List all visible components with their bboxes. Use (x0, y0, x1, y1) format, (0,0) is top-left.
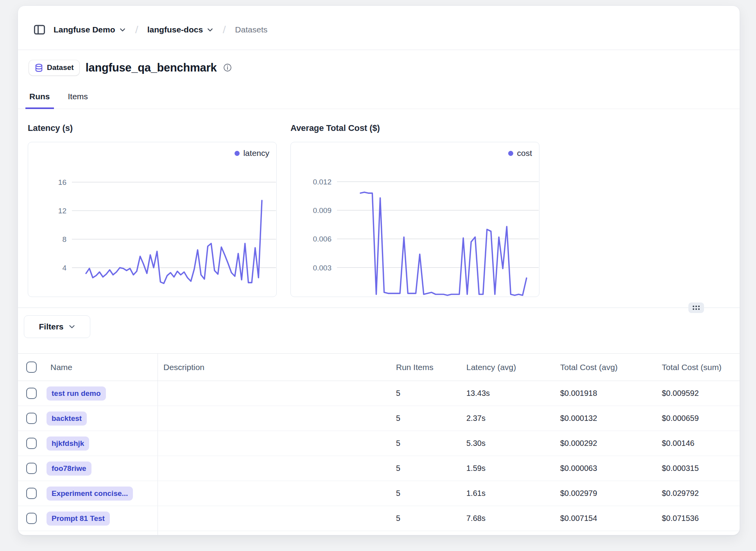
cost-chart: 0.0030.0060.0090.012 cost (290, 142, 539, 297)
breadcrumb-separator: / (223, 24, 226, 36)
row-checkbox[interactable] (26, 388, 37, 399)
table-row-partial[interactable] (18, 531, 740, 535)
row-cell-description (158, 506, 391, 531)
header-cell-total-cost-avg: Total Cost (avg) (555, 354, 656, 381)
dataset-badge-label: Dataset (47, 63, 74, 72)
row-cell-total-cost-sum: $0.029792 (656, 481, 740, 506)
row-cell-description (158, 456, 391, 481)
row-cell-total-cost-avg: $0.000132 (555, 406, 656, 431)
row-cell-total-cost-avg: $0.000063 (555, 456, 656, 481)
cost-chart-plot: 0.0030.0060.0090.012 (291, 142, 539, 296)
run-name-badge[interactable]: Prompt 81 Test (47, 512, 110, 526)
run-name-badge[interactable]: hjkfdshjk (47, 437, 89, 451)
row-cell-latency-avg: 7.68s (461, 506, 555, 531)
info-icon[interactable] (223, 63, 232, 72)
latency-chart-title: Latency (s) (28, 123, 73, 133)
select-all-checkbox[interactable] (26, 361, 37, 373)
row-cell-name: backtest (44, 406, 158, 431)
header-cell-total-cost-sum: Total Cost (sum) (656, 354, 740, 381)
row-checkbox[interactable] (26, 488, 37, 499)
tab-bar: Runs Items (18, 82, 740, 109)
row-cell-latency-avg: 1.61s (461, 481, 555, 506)
page-title: langfuse_qa_benchmark (86, 61, 217, 74)
svg-text:0.003: 0.003 (313, 264, 331, 272)
svg-text:0.012: 0.012 (313, 178, 331, 186)
table-row[interactable]: hjkfdshjk55.30s$0.000292$0.00146 (18, 431, 740, 456)
row-cell-checkbox (18, 481, 44, 506)
tab-items[interactable]: Items (64, 92, 92, 109)
runs-table: Name Description Run Items Latency (avg)… (18, 353, 740, 535)
svg-text:0.006: 0.006 (313, 235, 331, 243)
breadcrumb-org[interactable]: Langfuse Demo (54, 25, 126, 34)
run-name-badge[interactable]: Experiment concise... (47, 487, 133, 501)
table-row[interactable]: foo78riwe51.59s$0.000063$0.000315 (18, 456, 740, 481)
table-body: test run demo513.43s$0.001918$0.009592ba… (18, 381, 740, 535)
row-checkbox[interactable] (26, 438, 37, 449)
row-cell (391, 531, 461, 535)
filters-button[interactable]: Filters (24, 315, 90, 338)
row-cell-total-cost-avg: $0.007154 (555, 506, 656, 531)
row-cell-checkbox (18, 531, 44, 535)
section-divider (18, 308, 740, 308)
breadcrumb-section[interactable]: Datasets (235, 25, 267, 34)
svg-text:8: 8 (62, 235, 66, 243)
row-checkbox[interactable] (26, 513, 37, 524)
chevron-down-icon (68, 323, 75, 330)
row-cell-name: foo78riwe (44, 456, 158, 481)
header-cell-description: Description (158, 354, 391, 381)
run-name-badge[interactable]: test run demo (47, 386, 106, 401)
latency-chart: 481216 latency (28, 142, 277, 297)
breadcrumb-project[interactable]: langfuse-docs (147, 25, 213, 34)
breadcrumb-org-label: Langfuse Demo (54, 25, 115, 34)
table-row[interactable]: Prompt 81 Test57.68s$0.007154$0.071536 (18, 506, 740, 531)
table-row[interactable]: Experiment concise...51.61s$0.002979$0.0… (18, 481, 740, 506)
legend-dot-icon (235, 151, 240, 156)
header-cell-latency-avg: Latency (avg) (461, 354, 555, 381)
sidebar-toggle-button[interactable] (31, 21, 48, 38)
filters-button-label: Filters (39, 322, 63, 331)
header-cell-checkbox (18, 354, 44, 381)
table-row[interactable]: backtest52.37s$0.000132$0.000659 (18, 406, 740, 431)
run-name-badge[interactable]: foo78riwe (47, 462, 91, 476)
row-cell-total-cost-sum: $0.000315 (656, 456, 740, 481)
row-cell (461, 531, 555, 535)
app-window: Langfuse Demo / langfuse-docs / Datasets (18, 5, 740, 535)
breadcrumb-section-label: Datasets (235, 25, 267, 34)
row-cell-description (158, 381, 391, 406)
row-cell-run-items: 5 (391, 456, 461, 481)
row-cell-run-items: 5 (391, 481, 461, 506)
row-cell (158, 531, 391, 535)
row-cell (555, 531, 656, 535)
svg-text:4: 4 (62, 264, 66, 272)
breadcrumb-separator: / (135, 24, 138, 36)
row-cell-description (158, 481, 391, 506)
legend-label: latency (243, 148, 269, 158)
svg-text:16: 16 (58, 178, 66, 186)
tab-runs[interactable]: Runs (25, 92, 54, 109)
row-cell-run-items: 5 (391, 381, 461, 406)
row-cell-run-items: 5 (391, 406, 461, 431)
database-icon (34, 63, 43, 72)
row-cell-latency-avg: 13.43s (461, 381, 555, 406)
row-cell-checkbox (18, 506, 44, 531)
header-cell-run-items: Run Items (391, 354, 461, 381)
table-row[interactable]: test run demo513.43s$0.001918$0.009592 (18, 381, 740, 406)
dataset-type-badge: Dataset (29, 60, 79, 75)
row-cell-total-cost-sum: $0.009592 (656, 381, 740, 406)
row-cell-total-cost-avg: $0.002979 (555, 481, 656, 506)
row-checkbox[interactable] (26, 463, 37, 474)
row-cell-total-cost-avg: $0.001918 (555, 381, 656, 406)
row-cell-name (44, 531, 158, 535)
cost-chart-title: Average Total Cost ($) (290, 123, 380, 133)
row-cell-checkbox (18, 431, 44, 456)
panel-left-icon (33, 23, 46, 36)
page-background: Langfuse Demo / langfuse-docs / Datasets (0, 0, 756, 551)
latency-chart-legend: latency (235, 148, 269, 158)
run-name-badge[interactable]: backtest (47, 411, 87, 426)
resize-drag-handle[interactable] (688, 302, 704, 313)
row-checkbox[interactable] (26, 413, 37, 424)
row-cell-latency-avg: 1.59s (461, 456, 555, 481)
row-cell-run-items: 5 (391, 506, 461, 531)
legend-dot-icon (508, 151, 513, 156)
row-cell-name: Prompt 81 Test (44, 506, 158, 531)
